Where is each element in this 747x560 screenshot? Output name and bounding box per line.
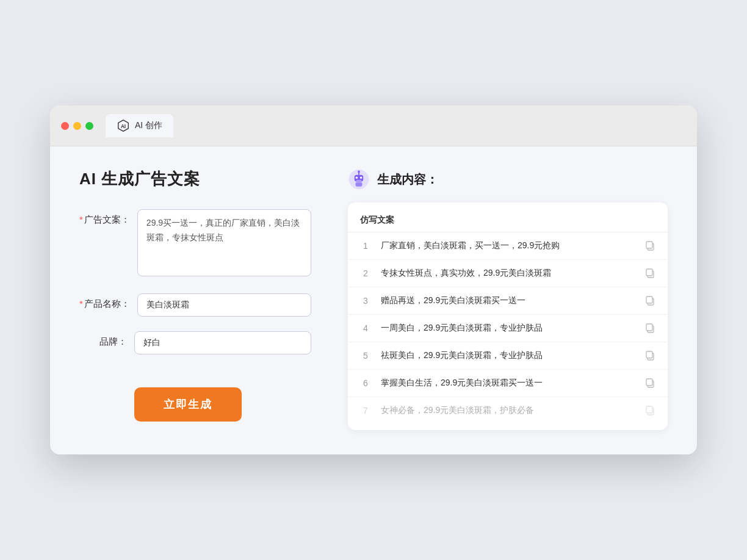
row-number: 7 [360,406,371,415]
row-number: 4 [360,323,371,333]
required-star-2: * [79,298,83,309]
row-number: 2 [360,268,371,278]
brand-row: 品牌： [79,331,311,354]
result-title: 生成内容： [377,171,438,188]
main-content: AI 生成广告文案 *广告文案： 29.9买一送一，真正的厂家直销，美白淡斑霜，… [50,146,697,454]
svg-rect-19 [646,351,652,358]
active-tab[interactable]: AI AI 创作 [106,114,173,137]
minimize-button[interactable] [73,122,81,130]
svg-text:AI: AI [121,124,126,129]
result-table-header: 仿写文案 [348,215,668,232]
close-button[interactable] [61,122,69,130]
copy-icon[interactable] [644,350,655,361]
copy-icon[interactable] [644,295,655,306]
svg-point-7 [358,171,360,173]
ad-copy-textarea[interactable]: 29.9买一送一，真正的厂家直销，美白淡斑霜，专抹女性斑点 [137,209,311,276]
copy-icon[interactable] [644,323,655,334]
svg-rect-17 [646,324,652,331]
svg-rect-21 [646,379,652,386]
svg-rect-13 [646,269,652,276]
row-copy-text: 祛斑美白，29.9元美白淡斑霜，专业护肤品 [381,350,635,361]
product-name-label: *产品名称： [79,293,137,310]
required-star-1: * [79,214,83,224]
maximize-button[interactable] [85,122,93,130]
row-copy-text: 赠品再送，29.9元美白淡斑霜买一送一 [381,295,635,306]
copy-icon[interactable] [644,405,655,416]
browser-window: AI AI 创作 AI 生成广告文案 *广告文案： 29.9买一送一，真正的厂家… [50,106,697,454]
svg-point-5 [360,177,363,179]
result-row: 7 女神必备，29.9元美白淡斑霜，护肤必备 [348,397,668,424]
svg-rect-11 [646,242,652,248]
copy-icon[interactable] [644,268,655,279]
row-number: 1 [360,241,371,251]
row-copy-text: 一周美白，29.9元美白淡斑霜，专业护肤品 [381,323,635,334]
svg-point-4 [356,177,358,179]
result-rows-container: 1 厂家直销，美白淡斑霜，买一送一，29.9元抢购 2 专抹女性斑点，真实功效，… [348,232,668,424]
row-number: 5 [360,351,371,361]
svg-rect-15 [646,296,652,303]
result-row: 2 专抹女性斑点，真实功效，29.9元美白淡斑霜 [348,260,668,287]
product-name-row: *产品名称： [79,293,311,317]
row-copy-text: 专抹女性斑点，真实功效，29.9元美白淡斑霜 [381,268,635,279]
result-header: 生成内容： [348,168,668,190]
brand-label: 品牌： [79,331,134,348]
left-panel: AI 生成广告文案 *广告文案： 29.9买一送一，真正的厂家直销，美白淡斑霜，… [79,168,336,430]
ai-tab-icon: AI [117,119,130,132]
tab-label: AI 创作 [135,120,162,131]
right-panel: 生成内容： 仿写文案 1 厂家直销，美白淡斑霜，买一送一，29.9元抢购 2 专… [336,168,668,430]
svg-rect-8 [356,182,363,187]
row-copy-text: 厂家直销，美白淡斑霜，买一送一，29.9元抢购 [381,240,635,251]
titlebar: AI AI 创作 [50,106,697,146]
page-title: AI 生成广告文案 [79,168,311,190]
row-copy-text: 掌握美白生活，29.9元美白淡斑霜买一送一 [381,378,635,389]
product-name-input-wrap [137,293,311,317]
result-row: 3 赠品再送，29.9元美白淡斑霜买一送一 [348,287,668,315]
row-number: 6 [360,378,371,388]
ad-copy-row: *广告文案： 29.9买一送一，真正的厂家直销，美白淡斑霜，专抹女性斑点 [79,209,311,279]
ad-copy-label: *广告文案： [79,209,137,226]
ad-copy-input-wrap: 29.9买一送一，真正的厂家直销，美白淡斑霜，专抹女性斑点 [137,209,311,279]
brand-input[interactable] [134,331,311,354]
result-row: 1 厂家直销，美白淡斑霜，买一送一，29.9元抢购 [348,232,668,260]
result-box: 仿写文案 1 厂家直销，美白淡斑霜，买一送一，29.9元抢购 2 专抹女性斑点，… [348,203,668,430]
brand-input-wrap [134,331,311,354]
result-row: 4 一周美白，29.9元美白淡斑霜，专业护肤品 [348,315,668,342]
robot-icon [348,168,370,190]
traffic-lights [61,122,93,130]
result-row: 6 掌握美白生活，29.9元美白淡斑霜买一送一 [348,370,668,397]
result-row: 5 祛斑美白，29.9元美白淡斑霜，专业护肤品 [348,342,668,370]
row-copy-text: 女神必备，29.9元美白淡斑霜，护肤必备 [381,405,635,416]
generate-button[interactable]: 立即生成 [134,387,242,422]
copy-icon[interactable] [644,240,655,251]
product-name-input[interactable] [137,293,311,317]
svg-rect-23 [646,406,652,413]
svg-rect-9 [356,180,362,181]
row-number: 3 [360,296,371,306]
column-header: 仿写文案 [360,215,394,226]
copy-icon[interactable] [644,378,655,389]
